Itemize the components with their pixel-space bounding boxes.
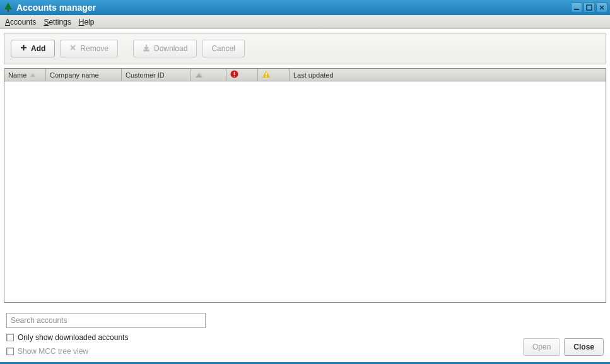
warning-triangle-icon: [262, 70, 271, 79]
col-name-label: Name: [8, 71, 26, 79]
accounts-table: Name Company name Customer ID Last updat…: [4, 68, 606, 303]
col-company-name[interactable]: Company name: [46, 69, 122, 81]
open-button-label: Open: [532, 343, 551, 351]
sort-ascending-icon: [30, 73, 35, 77]
open-button[interactable]: Open: [523, 338, 560, 356]
remove-button[interactable]: Remove: [60, 40, 118, 57]
add-button[interactable]: Add: [11, 40, 55, 57]
minimize-button[interactable]: [571, 3, 582, 13]
svg-rect-15: [234, 72, 235, 75]
download-button[interactable]: Download: [133, 40, 197, 57]
only-downloaded-label: Only show downloaded accounts: [18, 333, 128, 342]
close-button[interactable]: Close: [564, 338, 604, 356]
mcc-tree-label: Show MCC tree view: [18, 347, 88, 356]
table-header-row: Name Company name Customer ID Last updat…: [4, 69, 606, 81]
footer-buttons: Open Close: [523, 338, 604, 356]
download-icon: [143, 44, 150, 54]
col-customer-id[interactable]: Customer ID: [122, 69, 191, 81]
svg-rect-11: [144, 50, 149, 51]
col-company-label: Company name: [50, 71, 99, 79]
maximize-button[interactable]: [584, 3, 595, 13]
x-icon: [69, 44, 76, 53]
menu-help[interactable]: Help: [79, 18, 95, 26]
window-title-bar: Accounts manager: [0, 0, 610, 15]
svg-rect-18: [266, 73, 267, 76]
close-button-label: Close: [573, 343, 594, 351]
table-body-empty: [4, 81, 606, 302]
col-customer-id-label: Customer ID: [126, 71, 165, 79]
svg-rect-16: [234, 76, 235, 77]
col-triangle-status[interactable]: [191, 69, 226, 81]
svg-rect-19: [266, 76, 267, 78]
add-button-label: Add: [31, 44, 45, 53]
only-downloaded-checkbox-row[interactable]: Only show downloaded accounts: [6, 333, 523, 342]
app-tree-icon: [4, 3, 13, 13]
window-title: Accounts manager: [16, 3, 571, 13]
menu-bar: AccountsAccounts Settings Help: [0, 15, 610, 29]
col-last-updated[interactable]: Last updated: [290, 69, 606, 81]
search-input[interactable]: [6, 313, 206, 328]
bottom-panel: Only show downloaded accounts Show MCC t…: [0, 307, 610, 362]
remove-button-label: Remove: [80, 44, 109, 53]
svg-marker-0: [4, 3, 12, 9]
col-error-status[interactable]: [226, 69, 258, 81]
plus-icon: [20, 44, 27, 53]
col-name[interactable]: Name: [4, 69, 46, 81]
download-button-label: Download: [154, 44, 187, 53]
stacked-triangles-icon: [195, 71, 205, 79]
menu-accounts[interactable]: AccountsAccounts: [5, 18, 36, 26]
cancel-button-label: Cancel: [211, 44, 235, 53]
col-warning-status[interactable]: [258, 69, 290, 81]
svg-rect-2: [574, 9, 579, 10]
col-last-updated-label: Last updated: [293, 71, 334, 79]
svg-rect-1: [8, 9, 9, 12]
menu-settings[interactable]: Settings: [44, 18, 71, 26]
toolbar: Add Remove Download Cancel: [4, 33, 606, 64]
mcc-tree-checkbox-row[interactable]: Show MCC tree view: [6, 347, 523, 356]
close-window-button[interactable]: [596, 3, 607, 13]
error-circle-icon: [230, 70, 238, 79]
svg-rect-3: [587, 5, 592, 10]
checkbox-icon: [6, 334, 14, 341]
window-controls: [571, 3, 607, 13]
cancel-button[interactable]: Cancel: [202, 40, 244, 57]
checkbox-icon: [6, 348, 14, 355]
